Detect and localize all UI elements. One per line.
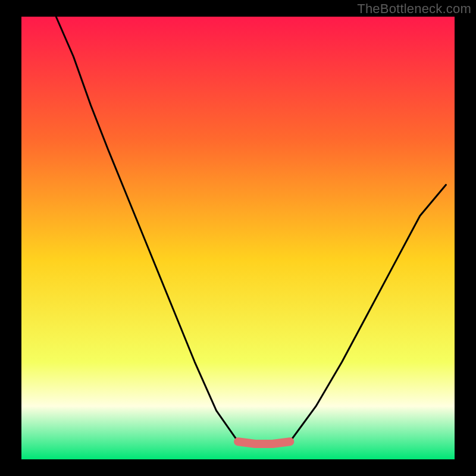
bottleneck-highlight-segment bbox=[238, 441, 290, 444]
watermark-text: TheBottleneck.com bbox=[357, 1, 471, 17]
bottleneck-chart-svg bbox=[0, 0, 476, 476]
chart-frame: TheBottleneck.com bbox=[0, 0, 476, 476]
gradient-plot-area bbox=[21, 17, 455, 459]
